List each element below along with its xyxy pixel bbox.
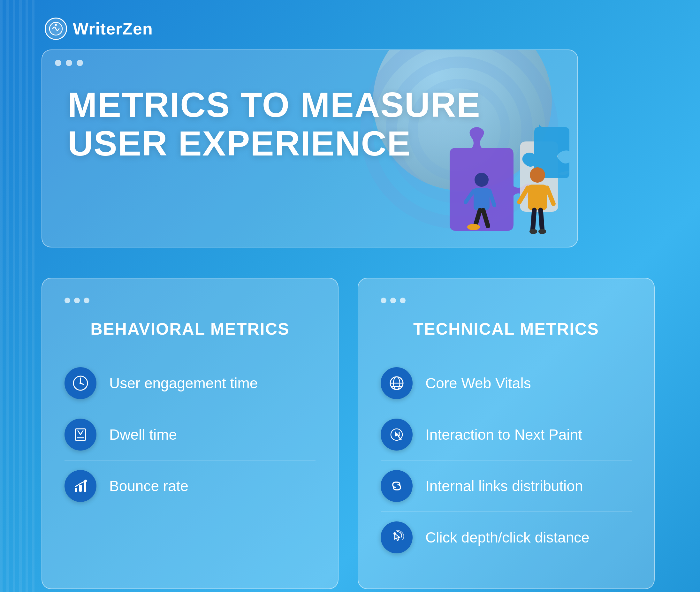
b-dot-3 (84, 298, 89, 303)
svg-point-26 (84, 480, 87, 482)
svg-point-33 (395, 433, 398, 436)
character-left (462, 170, 501, 240)
background-stripes (0, 0, 38, 592)
svg-point-9 (530, 167, 545, 183)
list-item: Interaction to Next Paint (381, 409, 632, 460)
user-engagement-label: User engagement time (109, 375, 258, 392)
list-item: Internal links distribution (381, 460, 632, 512)
character-right (517, 164, 558, 247)
behavioral-metrics-title: BEHAVIORAL METRICS (64, 319, 315, 339)
svg-point-20 (80, 382, 82, 384)
click-depth-icon (381, 522, 413, 553)
dwell-time-icon (64, 418, 96, 451)
core-web-vitals-label: Core Web Vitals (426, 375, 531, 392)
internal-links-icon (381, 470, 413, 502)
hero-card-dots (55, 60, 83, 66)
t-dot-2 (390, 298, 396, 303)
logo-area: WriterZen (45, 17, 153, 40)
svg-line-7 (483, 210, 488, 226)
logo-icon (45, 17, 67, 40)
bounce-rate-icon (64, 470, 96, 502)
dot-1 (55, 60, 61, 66)
svg-point-1 (55, 24, 57, 26)
svg-rect-25 (84, 482, 86, 492)
svg-point-2 (474, 173, 489, 187)
behavioral-card-dots (64, 298, 315, 303)
svg-rect-10 (528, 185, 547, 210)
technical-metrics-title: TECHNICAL METRICS (381, 319, 632, 339)
t-dot-3 (400, 298, 406, 303)
interaction-to-next-paint-icon (381, 418, 413, 451)
b-dot-1 (64, 298, 70, 303)
svg-line-13 (533, 210, 534, 231)
list-item: User engagement time (64, 358, 315, 409)
technical-card-dots (381, 298, 632, 303)
dwell-time-label: Dwell time (109, 426, 177, 443)
svg-point-16 (538, 229, 546, 234)
internal-links-label: Internal links distribution (426, 477, 583, 495)
svg-line-4 (465, 191, 473, 202)
cards-row: BEHAVIORAL METRICS User engagement time (42, 278, 655, 589)
svg-point-8 (467, 224, 480, 230)
list-item: Bounce rate (64, 460, 315, 511)
click-depth-label: Click depth/click distance (426, 529, 590, 546)
svg-line-5 (490, 191, 494, 205)
list-item: Dwell time (64, 409, 315, 460)
user-engagement-icon (64, 367, 96, 399)
logo-text: WriterZen (73, 19, 153, 38)
svg-point-15 (530, 229, 537, 234)
svg-line-12 (547, 188, 553, 204)
interaction-to-next-paint-label: Interaction to Next Paint (426, 426, 582, 443)
t-dot-1 (381, 298, 386, 303)
list-item: Click depth/click distance (381, 512, 632, 563)
svg-line-6 (475, 210, 480, 226)
core-web-vitals-icon (381, 367, 413, 399)
svg-rect-23 (75, 488, 77, 492)
dot-2 (66, 60, 72, 66)
svg-point-34 (393, 532, 396, 535)
svg-line-14 (541, 210, 542, 231)
svg-rect-3 (473, 188, 490, 210)
bounce-rate-label: Bounce rate (109, 477, 188, 495)
svg-line-11 (519, 188, 528, 202)
dot-3 (77, 60, 83, 66)
b-dot-2 (74, 298, 80, 303)
list-item: Core Web Vitals (381, 358, 632, 409)
behavioral-metrics-card: BEHAVIORAL METRICS User engagement time (42, 278, 339, 589)
hero-card: METRICS TO MEASURE USER EXPERIENCE (42, 49, 578, 247)
technical-metrics-card: TECHNICAL METRICS Core Web Vitals (358, 278, 655, 589)
svg-rect-24 (79, 485, 82, 492)
